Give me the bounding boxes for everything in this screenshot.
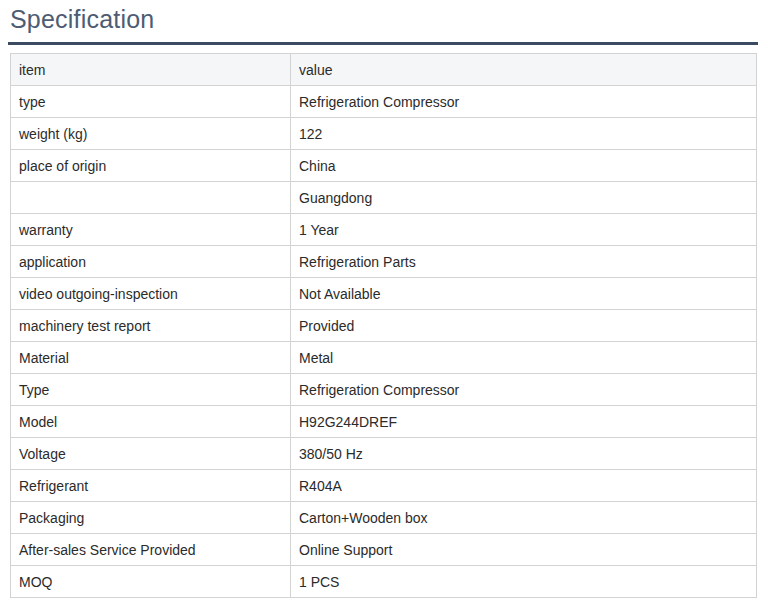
value-cell: 1 Year [291,214,757,246]
table-row: warranty1 Year [11,214,757,246]
specification-section: Specification item value typeRefrigerati… [0,4,768,598]
item-cell: Model [11,406,291,438]
table-row: MaterialMetal [11,342,757,374]
value-cell: Online Support [291,534,757,566]
value-cell: R404A [291,470,757,502]
specification-table: item value typeRefrigeration Compressorw… [10,53,757,598]
item-cell: After-sales Service Provided [11,534,291,566]
item-cell: Packaging [11,502,291,534]
title-divider [8,42,758,45]
table-row: Voltage380/50 Hz [11,438,757,470]
table-row: Guangdong [11,182,757,214]
table-row: machinery test reportProvided [11,310,757,342]
value-cell: Provided [291,310,757,342]
page-title: Specification [10,4,758,34]
item-cell: place of origin [11,150,291,182]
value-cell: China [291,150,757,182]
table-header-row: item value [11,54,757,86]
item-cell: warranty [11,214,291,246]
value-cell: Metal [291,342,757,374]
table-row: place of originChina [11,150,757,182]
item-cell [11,182,291,214]
table-row: TypeRefrigeration Compressor [11,374,757,406]
table-row: video outgoing-inspectionNot Available [11,278,757,310]
value-cell: H92G244DREF [291,406,757,438]
item-cell: Refrigerant [11,470,291,502]
value-cell: 380/50 Hz [291,438,757,470]
item-cell: Material [11,342,291,374]
table-row: weight (kg)122 [11,118,757,150]
value-cell: Not Available [291,278,757,310]
item-cell: Voltage [11,438,291,470]
item-cell: type [11,86,291,118]
value-cell: 1 PCS [291,566,757,598]
table-row: PackagingCarton+Wooden box [11,502,757,534]
value-cell: Carton+Wooden box [291,502,757,534]
item-column-header: item [11,54,291,86]
table-row: After-sales Service ProvidedOnline Suppo… [11,534,757,566]
item-cell: weight (kg) [11,118,291,150]
item-cell: video outgoing-inspection [11,278,291,310]
value-cell: 122 [291,118,757,150]
item-cell: Type [11,374,291,406]
table-row: applicationRefrigeration Parts [11,246,757,278]
item-cell: machinery test report [11,310,291,342]
item-cell: MOQ [11,566,291,598]
table-row: MOQ1 PCS [11,566,757,598]
item-cell: application [11,246,291,278]
value-column-header: value [291,54,757,86]
value-cell: Refrigeration Compressor [291,86,757,118]
table-row: ModelH92G244DREF [11,406,757,438]
value-cell: Guangdong [291,182,757,214]
table-row: typeRefrigeration Compressor [11,86,757,118]
value-cell: Refrigeration Parts [291,246,757,278]
table-row: RefrigerantR404A [11,470,757,502]
value-cell: Refrigeration Compressor [291,374,757,406]
